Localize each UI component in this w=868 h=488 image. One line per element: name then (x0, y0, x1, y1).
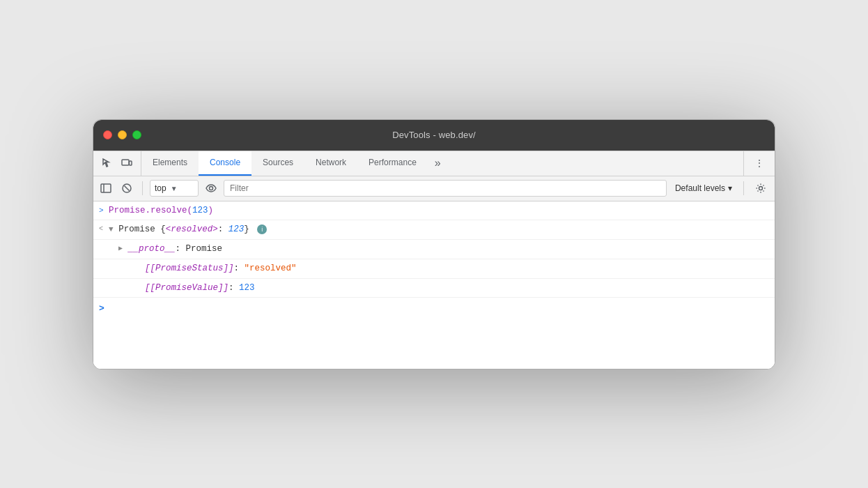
window-title: DevTools - web.dev/ (392, 130, 476, 140)
promise-resolved-key: <resolved> (166, 224, 218, 234)
promise-value-key: [[PromiseValue]] (145, 283, 228, 293)
proto-colon: : Promise (176, 244, 223, 254)
promise-label: Promise (118, 224, 160, 234)
console-toolbar: top ▼ Default levels ▾ (93, 176, 775, 201)
console-line-1: Promise.resolve(123) (109, 204, 769, 218)
console-entry-result: < ▼ Promise {<resolved>: 123} i (93, 220, 775, 240)
console-output: > Promise.resolve(123) < ▼ Promise {<res… (93, 201, 775, 369)
status-indent (130, 262, 145, 263)
console-entry-status: [[PromiseStatus]]: "resolved" (93, 259, 775, 279)
console-entry-proto: ▶ __proto__: Promise (93, 240, 775, 259)
maximize-button[interactable] (132, 130, 141, 139)
device-toggle-icon[interactable] (118, 155, 135, 171)
inspect-element-icon[interactable] (99, 155, 116, 171)
promise-status-val: "resolved" (245, 264, 297, 273)
console-line-2: ▼ Promise {<resolved>: 123} i (109, 223, 769, 236)
console-entry-value: [[PromiseValue]]: 123 (93, 279, 775, 298)
input-chevron: > (99, 302, 104, 316)
context-arrow: ▼ (171, 185, 178, 192)
collapse-arrow[interactable]: ▼ (109, 225, 114, 234)
value-colon: : (228, 283, 239, 293)
titlebar: DevTools - web.dev/ (93, 120, 775, 151)
promise-brace-close: } (244, 224, 249, 234)
toolbar-divider (142, 181, 143, 195)
tab-network[interactable]: Network (304, 151, 357, 176)
sidebar-toggle-button[interactable] (98, 180, 114, 197)
promise-value-val: 123 (239, 283, 255, 293)
clear-console-button[interactable] (118, 180, 135, 197)
toolbar-divider-2 (743, 181, 744, 195)
traffic-lights (103, 130, 141, 139)
promise-resolve-text: Promise.resolve( (109, 206, 192, 215)
tab-bar: Elements Console Sources Network Perform… (93, 151, 775, 176)
tab-elements[interactable]: Elements (141, 151, 199, 176)
svg-point-7 (759, 187, 763, 190)
console-input-line: > (93, 298, 775, 320)
console-entry-input: > Promise.resolve(123) (93, 201, 775, 221)
tab-console[interactable]: Console (199, 151, 251, 176)
proto-key: __proto__ (128, 244, 176, 254)
minimize-button[interactable] (118, 130, 127, 139)
svg-line-5 (125, 186, 130, 191)
svg-rect-1 (130, 161, 132, 165)
log-levels-button[interactable]: Default levels ▾ (671, 180, 736, 197)
svg-rect-0 (122, 160, 129, 165)
status-colon: : (234, 264, 245, 273)
result-arrow: < (93, 223, 109, 234)
info-badge[interactable]: i (257, 224, 267, 234)
filter-input[interactable] (224, 180, 667, 197)
tab-performance[interactable]: Performance (357, 151, 428, 176)
more-tabs-button[interactable]: » (428, 151, 448, 176)
proto-arrow[interactable]: ▶ (113, 243, 128, 254)
devtools-menu-icon[interactable]: ⋮ (751, 155, 768, 171)
promise-resolved-val: 123 (228, 224, 245, 234)
context-selector[interactable]: top ▼ (150, 180, 199, 197)
tab-bar-left (93, 151, 141, 176)
console-line-5: [[PromiseValue]]: 123 (145, 282, 769, 295)
promise-brace-open: { (160, 224, 166, 234)
live-expressions-button[interactable] (203, 180, 219, 197)
console-line-4: [[PromiseStatus]]: "resolved" (145, 262, 769, 275)
promise-arg: 123 (192, 206, 208, 215)
console-line-3: __proto__: Promise (128, 243, 769, 256)
devtools-window: DevTools - web.dev/ (93, 119, 775, 369)
tab-bar-right: ⋮ (743, 151, 775, 176)
svg-point-6 (210, 187, 213, 190)
svg-rect-2 (101, 184, 111, 192)
tab-sources[interactable]: Sources (251, 151, 304, 176)
value-indent (130, 282, 145, 282)
promise-colon: : (218, 224, 228, 234)
promise-status-key: [[PromiseStatus]] (145, 264, 234, 273)
input-arrow: > (93, 204, 109, 217)
tabs: Elements Console Sources Network Perform… (141, 151, 743, 176)
settings-button[interactable] (751, 178, 770, 198)
close-button[interactable] (103, 130, 112, 139)
devtools-body: Elements Console Sources Network Perform… (93, 151, 775, 369)
promise-close-paren: ) (208, 206, 214, 215)
console-repl-input[interactable] (110, 304, 769, 314)
